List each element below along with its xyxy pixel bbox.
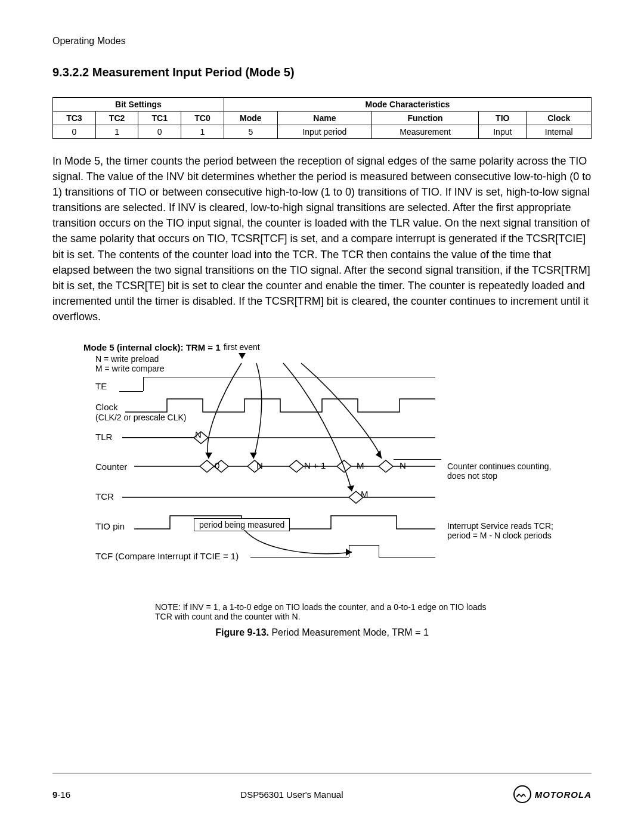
timing-diagram: Mode 5 (internal clock): TRM = 1 first e…	[78, 342, 566, 599]
motorola-brand-text: MOTOROLA	[535, 789, 592, 800]
col-function: Function	[371, 112, 478, 125]
label-counter: Counter	[95, 462, 127, 472]
cell-mode: 5	[224, 125, 277, 139]
manual-title: DSP56301 User's Manual	[240, 789, 343, 800]
arrow-down-icon	[239, 353, 246, 359]
cell-name: Input period	[277, 125, 371, 139]
legend-m: M = write compare	[95, 364, 165, 373]
page-footer: 9-16 DSP56301 User's Manual ᨓ MOTOROLA	[52, 773, 592, 803]
label-tiopin: TIO pin	[95, 521, 125, 531]
col-clock: Clock	[527, 112, 592, 125]
figure-caption: Figure 9-13. Period Measurement Mode, TR…	[52, 627, 592, 638]
section-heading: 9.3.2.2 Measurement Input Period (Mode 5…	[52, 66, 592, 79]
cell-tc2: 1	[95, 125, 138, 139]
figure-note: NOTE: If INV = 1, a 1-to-0 edge on TIO l…	[155, 602, 489, 621]
col-group-modechar: Mode Characteristics	[224, 98, 591, 112]
cell-clock: Internal	[527, 125, 592, 139]
label-tcf: TCF (Compare Interrupt if TCIE = 1)	[95, 551, 239, 561]
cell-tio: Input	[479, 125, 527, 139]
table-row: 0 1 0 1 5 Input period Measurement Input…	[53, 125, 592, 139]
cell-function: Measurement	[371, 125, 478, 139]
first-event-label: first event	[224, 342, 260, 352]
motorola-logo: ᨓ MOTOROLA	[513, 785, 592, 803]
label-tcr: TCR	[95, 491, 114, 501]
label-tlr: TLR	[95, 432, 112, 442]
col-tc3: TC3	[53, 112, 96, 125]
side-note-1: Counter continues counting, does not sto…	[447, 462, 561, 481]
body-paragraph: In Mode 5, the timer counts the period b…	[52, 153, 592, 324]
legend-n: N = write preload	[95, 354, 159, 364]
arrow-curves	[167, 360, 405, 575]
col-tc1: TC1	[138, 112, 181, 125]
mode-table: Bit Settings Mode Characteristics TC3 TC…	[52, 97, 592, 139]
figure-title: Mode 5 (internal clock): TRM = 1	[83, 342, 221, 352]
col-tc2: TC2	[95, 112, 138, 125]
svg-marker-2	[347, 485, 354, 491]
motorola-m-icon: ᨓ	[513, 785, 531, 803]
label-te: TE	[95, 381, 107, 391]
cell-tc3: 0	[53, 125, 96, 139]
svg-marker-1	[250, 453, 257, 459]
svg-marker-0	[205, 453, 212, 459]
side-note-2: Interrupt Service reads TCR; period = M …	[447, 521, 561, 540]
figure-number: Figure 9-13.	[215, 627, 269, 637]
col-group-bitsettings: Bit Settings	[53, 98, 224, 112]
col-mode: Mode	[224, 112, 277, 125]
col-name: Name	[277, 112, 371, 125]
running-header: Operating Modes	[52, 36, 592, 47]
col-tc0: TC0	[181, 112, 224, 125]
label-clock: Clock	[95, 402, 118, 412]
figure-caption-text: Period Measurement Mode, TRM = 1	[269, 627, 429, 637]
col-tio: TIO	[479, 112, 527, 125]
cell-tc1: 0	[138, 125, 181, 139]
page-number: 9-16	[52, 789, 70, 800]
cell-tc0: 1	[181, 125, 224, 139]
page-in-chapter: -16	[57, 789, 70, 800]
